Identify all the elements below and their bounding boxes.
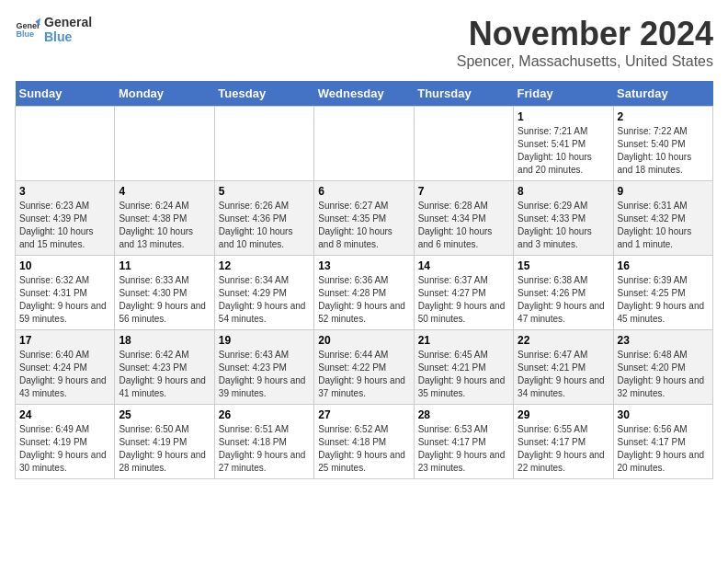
day-info: Sunrise: 6:55 AM Sunset: 4:17 PM Dayligh… bbox=[518, 423, 609, 475]
calendar-cell: 2Sunrise: 7:22 AM Sunset: 5:40 PM Daylig… bbox=[613, 107, 712, 181]
day-info: Sunrise: 6:52 AM Sunset: 4:18 PM Dayligh… bbox=[318, 423, 409, 475]
calendar-cell: 24Sunrise: 6:49 AM Sunset: 4:19 PM Dayli… bbox=[16, 405, 115, 479]
day-number: 6 bbox=[318, 185, 409, 198]
calendar-cell: 4Sunrise: 6:24 AM Sunset: 4:38 PM Daylig… bbox=[115, 181, 214, 256]
day-info: Sunrise: 6:42 AM Sunset: 4:23 PM Dayligh… bbox=[119, 349, 210, 400]
calendar-cell: 25Sunrise: 6:50 AM Sunset: 4:19 PM Dayli… bbox=[115, 405, 214, 479]
day-info: Sunrise: 6:34 AM Sunset: 4:29 PM Dayligh… bbox=[219, 274, 310, 326]
month-title: November 2024 bbox=[457, 15, 713, 53]
calendar-cell: 11Sunrise: 6:33 AM Sunset: 4:30 PM Dayli… bbox=[115, 256, 214, 330]
day-number: 13 bbox=[318, 259, 409, 272]
calendar-week-row: 24Sunrise: 6:49 AM Sunset: 4:19 PM Dayli… bbox=[16, 405, 713, 479]
day-number: 22 bbox=[518, 334, 609, 347]
calendar-week-row: 3Sunrise: 6:23 AM Sunset: 4:39 PM Daylig… bbox=[16, 181, 713, 256]
header-friday: Friday bbox=[514, 81, 613, 107]
day-number: 14 bbox=[418, 259, 509, 272]
location-title: Spencer, Massachusetts, United States bbox=[457, 53, 713, 70]
calendar-table: SundayMondayTuesdayWednesdayThursdayFrid… bbox=[15, 81, 713, 479]
day-info: Sunrise: 6:37 AM Sunset: 4:27 PM Dayligh… bbox=[418, 274, 509, 326]
calendar-cell: 28Sunrise: 6:53 AM Sunset: 4:17 PM Dayli… bbox=[414, 405, 513, 479]
logo-line2: Blue bbox=[44, 29, 92, 44]
calendar-cell: 8Sunrise: 6:29 AM Sunset: 4:33 PM Daylig… bbox=[514, 181, 613, 256]
day-number: 18 bbox=[119, 334, 210, 347]
day-number: 10 bbox=[19, 259, 110, 272]
calendar-week-row: 1Sunrise: 7:21 AM Sunset: 5:41 PM Daylig… bbox=[16, 107, 713, 181]
title-block: November 2024 Spencer, Massachusetts, Un… bbox=[457, 15, 713, 70]
header-tuesday: Tuesday bbox=[214, 81, 313, 107]
logo: General Blue General Blue bbox=[15, 15, 92, 44]
day-number: 24 bbox=[19, 408, 110, 421]
day-info: Sunrise: 6:40 AM Sunset: 4:24 PM Dayligh… bbox=[19, 349, 110, 400]
day-number: 9 bbox=[618, 185, 709, 198]
day-info: Sunrise: 6:26 AM Sunset: 4:36 PM Dayligh… bbox=[219, 200, 310, 251]
day-info: Sunrise: 6:31 AM Sunset: 4:32 PM Dayligh… bbox=[618, 200, 709, 251]
calendar-header-row: SundayMondayTuesdayWednesdayThursdayFrid… bbox=[16, 81, 713, 107]
day-number: 16 bbox=[618, 259, 709, 272]
day-info: Sunrise: 6:47 AM Sunset: 4:21 PM Dayligh… bbox=[518, 349, 609, 400]
day-number: 23 bbox=[618, 334, 709, 347]
day-info: Sunrise: 6:32 AM Sunset: 4:31 PM Dayligh… bbox=[19, 274, 110, 326]
calendar-cell: 16Sunrise: 6:39 AM Sunset: 4:25 PM Dayli… bbox=[613, 256, 712, 330]
day-number: 21 bbox=[418, 334, 509, 347]
calendar-cell: 22Sunrise: 6:47 AM Sunset: 4:21 PM Dayli… bbox=[514, 330, 613, 405]
day-number: 25 bbox=[119, 408, 210, 421]
calendar-cell: 3Sunrise: 6:23 AM Sunset: 4:39 PM Daylig… bbox=[16, 181, 115, 256]
day-info: Sunrise: 6:27 AM Sunset: 4:35 PM Dayligh… bbox=[318, 200, 409, 251]
day-info: Sunrise: 6:43 AM Sunset: 4:23 PM Dayligh… bbox=[219, 349, 310, 400]
svg-text:Blue: Blue bbox=[16, 29, 34, 39]
header-wednesday: Wednesday bbox=[314, 81, 414, 107]
header-saturday: Saturday bbox=[613, 81, 712, 107]
calendar-cell: 1Sunrise: 7:21 AM Sunset: 5:41 PM Daylig… bbox=[514, 107, 613, 181]
day-info: Sunrise: 6:38 AM Sunset: 4:26 PM Dayligh… bbox=[518, 274, 609, 326]
day-info: Sunrise: 6:48 AM Sunset: 4:20 PM Dayligh… bbox=[618, 349, 709, 400]
calendar-cell: 18Sunrise: 6:42 AM Sunset: 4:23 PM Dayli… bbox=[115, 330, 214, 405]
day-info: Sunrise: 7:22 AM Sunset: 5:40 PM Dayligh… bbox=[618, 125, 709, 177]
day-info: Sunrise: 6:39 AM Sunset: 4:25 PM Dayligh… bbox=[618, 274, 709, 326]
day-number: 5 bbox=[219, 185, 310, 198]
day-number: 2 bbox=[618, 110, 709, 123]
day-info: Sunrise: 6:53 AM Sunset: 4:17 PM Dayligh… bbox=[418, 423, 509, 475]
page-header: General Blue General Blue November 2024 … bbox=[15, 15, 713, 70]
day-info: Sunrise: 6:50 AM Sunset: 4:19 PM Dayligh… bbox=[119, 423, 210, 475]
day-info: Sunrise: 6:33 AM Sunset: 4:30 PM Dayligh… bbox=[119, 274, 210, 326]
day-info: Sunrise: 6:56 AM Sunset: 4:17 PM Dayligh… bbox=[618, 423, 709, 475]
day-info: Sunrise: 6:29 AM Sunset: 4:33 PM Dayligh… bbox=[518, 200, 609, 251]
day-info: Sunrise: 6:28 AM Sunset: 4:34 PM Dayligh… bbox=[418, 200, 509, 251]
calendar-cell: 23Sunrise: 6:48 AM Sunset: 4:20 PM Dayli… bbox=[613, 330, 712, 405]
calendar-cell: 19Sunrise: 6:43 AM Sunset: 4:23 PM Dayli… bbox=[214, 330, 313, 405]
calendar-cell: 21Sunrise: 6:45 AM Sunset: 4:21 PM Dayli… bbox=[414, 330, 513, 405]
calendar-cell bbox=[115, 107, 214, 181]
calendar-cell: 7Sunrise: 6:28 AM Sunset: 4:34 PM Daylig… bbox=[414, 181, 513, 256]
day-number: 8 bbox=[518, 185, 609, 198]
day-number: 27 bbox=[318, 408, 409, 421]
day-number: 20 bbox=[318, 334, 409, 347]
day-info: Sunrise: 6:51 AM Sunset: 4:18 PM Dayligh… bbox=[219, 423, 310, 475]
calendar-week-row: 17Sunrise: 6:40 AM Sunset: 4:24 PM Dayli… bbox=[16, 330, 713, 405]
calendar-cell bbox=[314, 107, 414, 181]
calendar-cell: 12Sunrise: 6:34 AM Sunset: 4:29 PM Dayli… bbox=[214, 256, 313, 330]
day-number: 4 bbox=[119, 185, 210, 198]
day-number: 30 bbox=[618, 408, 709, 421]
header-thursday: Thursday bbox=[414, 81, 513, 107]
day-number: 19 bbox=[219, 334, 310, 347]
day-number: 15 bbox=[518, 259, 609, 272]
calendar-cell bbox=[414, 107, 513, 181]
calendar-cell: 29Sunrise: 6:55 AM Sunset: 4:17 PM Dayli… bbox=[514, 405, 613, 479]
calendar-cell: 30Sunrise: 6:56 AM Sunset: 4:17 PM Dayli… bbox=[613, 405, 712, 479]
day-number: 7 bbox=[418, 185, 509, 198]
header-sunday: Sunday bbox=[16, 81, 115, 107]
day-info: Sunrise: 6:36 AM Sunset: 4:28 PM Dayligh… bbox=[318, 274, 409, 326]
calendar-cell: 26Sunrise: 6:51 AM Sunset: 4:18 PM Dayli… bbox=[214, 405, 313, 479]
day-info: Sunrise: 6:45 AM Sunset: 4:21 PM Dayligh… bbox=[418, 349, 509, 400]
day-number: 26 bbox=[219, 408, 310, 421]
day-number: 29 bbox=[518, 408, 609, 421]
logo-icon: General Blue bbox=[15, 17, 40, 42]
day-number: 3 bbox=[19, 185, 110, 198]
calendar-cell: 13Sunrise: 6:36 AM Sunset: 4:28 PM Dayli… bbox=[314, 256, 414, 330]
logo-line1: General bbox=[44, 15, 92, 29]
calendar-cell: 17Sunrise: 6:40 AM Sunset: 4:24 PM Dayli… bbox=[16, 330, 115, 405]
calendar-cell: 14Sunrise: 6:37 AM Sunset: 4:27 PM Dayli… bbox=[414, 256, 513, 330]
day-number: 28 bbox=[418, 408, 509, 421]
calendar-cell: 10Sunrise: 6:32 AM Sunset: 4:31 PM Dayli… bbox=[16, 256, 115, 330]
day-info: Sunrise: 6:49 AM Sunset: 4:19 PM Dayligh… bbox=[19, 423, 110, 475]
